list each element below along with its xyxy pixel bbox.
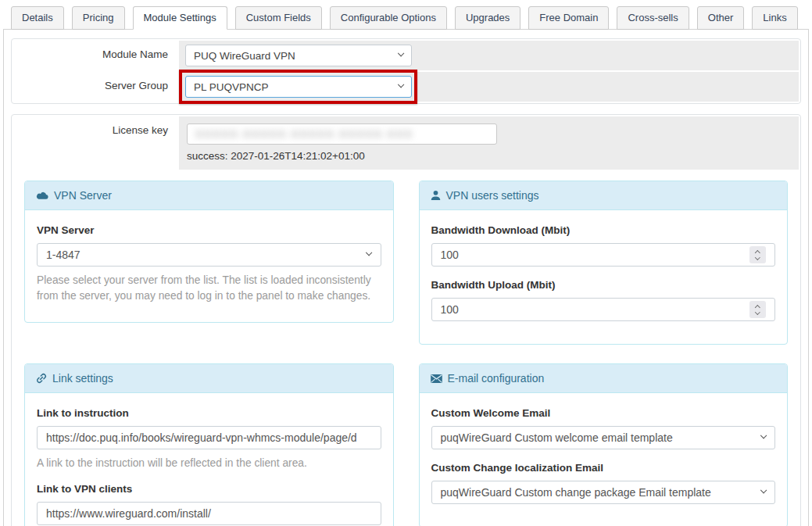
tab-details[interactable]: Details: [11, 6, 64, 30]
panel-vpn-server-body: VPN Server 1-4847 Please select your ser…: [25, 210, 393, 322]
license-status-text: success: 2027-01-26T14:21:02+01:00: [187, 150, 791, 162]
link-vpn-clients-value: https://www.wireguard.com/install/: [46, 507, 211, 520]
panel-link-settings: Link settings Link to instruction https:…: [24, 363, 394, 526]
link-instruction-value: https://doc.puq.info/books/wireguard-vpn…: [46, 431, 357, 444]
license-key-masked-value: XXXXX-XXXXX-XXXXX-XXXXX-XXX: [195, 128, 413, 140]
panel-vpn-server-heading: VPN Server: [25, 181, 393, 210]
tab-free-domain[interactable]: Free Domain: [528, 6, 609, 30]
server-group-select[interactable]: PL PUQVPNCP: [185, 76, 412, 98]
custom-welcome-email-label: Custom Welcome Email: [431, 407, 776, 419]
custom-change-localization-email-label: Custom Change localization Email: [431, 462, 776, 474]
module-name-field-area: PUQ WireGuard VPN: [179, 41, 799, 70]
tab-module-settings[interactable]: Module Settings: [133, 6, 227, 30]
server-group-label: Server Group: [13, 72, 179, 102]
vpn-server-label: VPN Server: [37, 224, 381, 236]
panel-vpn-users-heading: VPN users settings: [420, 181, 788, 210]
module-name-value: PUQ WireGuard VPN: [194, 50, 295, 62]
panel-title: VPN Server: [54, 189, 112, 202]
chevron-down-icon: [366, 249, 373, 256]
tab-cross-sells[interactable]: Cross-sells: [617, 6, 689, 30]
module-settings-box: License key XXXXX-XXXXX-XXXXX-XXXXX-XXX …: [11, 114, 801, 526]
vpn-server-help: Please select your server from the list.…: [37, 273, 381, 304]
module-name-select[interactable]: PUQ WireGuard VPN: [185, 45, 412, 66]
bandwidth-upload-input[interactable]: 100: [431, 298, 776, 321]
panel-vpn-users-body: Bandwidth Download (Mbit) 100 Bandwidth …: [420, 210, 788, 344]
stepper-down-icon: [755, 310, 760, 314]
tab-pricing[interactable]: Pricing: [72, 6, 125, 30]
panel-title: Link settings: [52, 372, 113, 385]
module-selection-box: Module Name PUQ WireGuard VPN Server Gro…: [11, 38, 801, 104]
panel-vpn-server: VPN Server VPN Server 1-4847 Please sele…: [24, 181, 394, 323]
panel-title: E-mail configuration: [448, 372, 545, 385]
chevron-down-icon: [398, 81, 405, 88]
tab-configurable-options[interactable]: Configurable Options: [330, 6, 447, 30]
panel-title: VPN users settings: [446, 189, 539, 202]
link-vpn-clients-input[interactable]: https://www.wireguard.com/install/: [37, 502, 381, 525]
server-group-row: Server Group PL PUQVPNCP: [13, 72, 799, 102]
panel-link-settings-body: Link to instruction https://doc.puq.info…: [25, 393, 393, 526]
link-instruction-input[interactable]: https://doc.puq.info/books/wireguard-vpn…: [37, 426, 381, 449]
red-highlight-annotation: PL PUQVPNCP: [185, 76, 412, 98]
number-stepper[interactable]: [749, 246, 766, 263]
link-icon: [36, 373, 47, 384]
link-instruction-help: A link to the instruction will be reflec…: [37, 456, 381, 471]
panel-email-configuration-heading: E-mail configuration: [420, 364, 788, 393]
custom-change-localization-email-value: puqWireGuard Custom change package Email…: [441, 486, 711, 499]
bandwidth-download-value: 100: [441, 249, 459, 261]
stepper-down-icon: [755, 255, 760, 259]
bandwidth-upload-value: 100: [441, 303, 459, 316]
bandwidth-download-input[interactable]: 100: [431, 243, 776, 267]
server-group-field-area: PL PUQVPNCP: [179, 72, 799, 102]
panel-link-settings-heading: Link settings: [25, 364, 393, 393]
license-key-row: License key XXXXX-XXXXX-XXXXX-XXXXX-XXX …: [13, 116, 799, 170]
module-settings-content: Module Name PUQ WireGuard VPN Server Gro…: [3, 29, 809, 526]
panel-email-configuration-body: Custom Welcome Email puqWireGuard Custom…: [420, 393, 788, 526]
panel-vpn-users: VPN users settings Bandwidth Download (M…: [419, 181, 789, 345]
number-stepper[interactable]: [749, 301, 766, 318]
server-group-value: PL PUQVPNCP: [194, 81, 269, 93]
chevron-down-icon: [760, 432, 767, 439]
envelope-icon: [431, 374, 442, 383]
custom-welcome-email-select[interactable]: puqWireGuard Custom welcome email templa…: [431, 426, 776, 449]
custom-change-localization-email-select[interactable]: puqWireGuard Custom change package Email…: [431, 481, 776, 504]
module-name-label: Module Name: [13, 41, 179, 70]
license-key-label: License key: [13, 116, 179, 170]
vpn-server-select[interactable]: 1-4847: [37, 243, 381, 267]
panel-email-configuration: E-mail configuration Custom Welcome Emai…: [419, 363, 789, 526]
tab-other[interactable]: Other: [697, 6, 745, 30]
link-instruction-label: Link to instruction: [37, 407, 381, 419]
module-name-row: Module Name PUQ WireGuard VPN: [13, 41, 799, 70]
tab-upgrades[interactable]: Upgrades: [455, 6, 520, 30]
vpn-server-value: 1-4847: [46, 249, 80, 261]
chevron-down-icon: [398, 50, 405, 57]
cloud-icon: [36, 191, 48, 200]
chevron-down-icon: [760, 487, 767, 494]
license-field-area: XXXXX-XXXXX-XXXXX-XXXXX-XXX success: 202…: [179, 116, 799, 170]
custom-welcome-email-value: puqWireGuard Custom welcome email templa…: [441, 431, 673, 444]
tab-custom-fields[interactable]: Custom Fields: [235, 6, 322, 30]
user-icon: [431, 190, 441, 201]
link-vpn-clients-label: Link to VPN clients: [37, 483, 381, 495]
tab-links[interactable]: Links: [752, 6, 797, 30]
bandwidth-upload-label: Bandwidth Upload (Mbit): [431, 279, 776, 291]
product-tabs: Details Pricing Module Settings Custom F…: [0, 0, 812, 29]
bandwidth-download-label: Bandwidth Download (Mbit): [431, 224, 776, 236]
settings-panels-grid: VPN Server VPN Server 1-4847 Please sele…: [24, 181, 788, 526]
license-key-input[interactable]: XXXXX-XXXXX-XXXXX-XXXXX-XXX: [187, 123, 497, 145]
